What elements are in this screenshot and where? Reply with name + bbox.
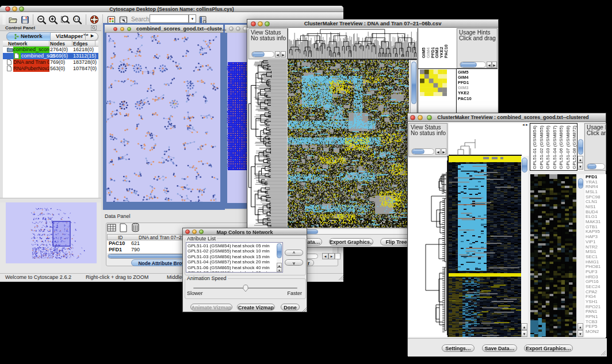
svg-text:1:1: 1:1 — [74, 17, 79, 21]
